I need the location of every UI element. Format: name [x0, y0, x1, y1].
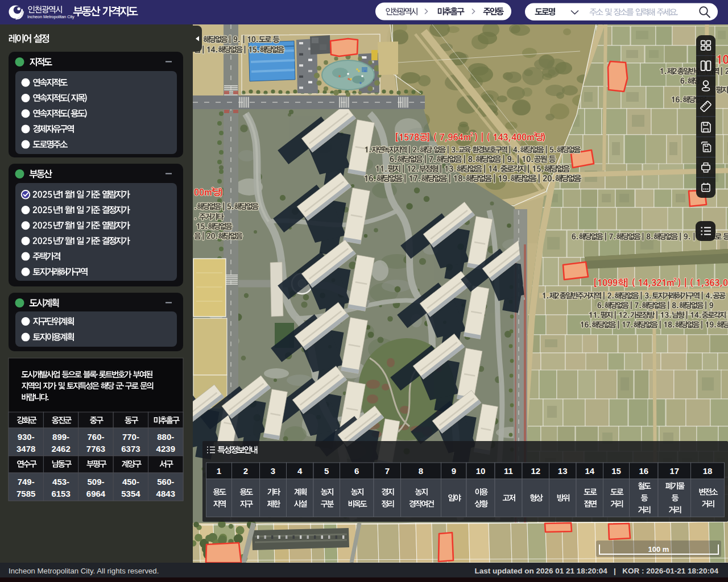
svg-text:12: 12	[531, 466, 540, 476]
svg-text:899-: 899-	[52, 432, 69, 442]
svg-text:7585: 7585	[16, 489, 35, 498]
svg-text:2: 2	[243, 466, 248, 476]
svg-text:6964: 6964	[86, 489, 106, 498]
svg-text:7: 7	[385, 466, 390, 476]
svg-text:13: 13	[558, 466, 568, 476]
svg-text:7763: 7763	[86, 444, 105, 454]
svg-text:9: 9	[452, 466, 456, 476]
svg-text:17: 17	[669, 466, 679, 476]
svg-text:4: 4	[297, 466, 303, 476]
svg-text:8: 8	[419, 466, 423, 476]
svg-text:6373: 6373	[121, 444, 140, 454]
svg-text:6: 6	[354, 466, 359, 476]
svg-text:760-: 760-	[87, 432, 104, 442]
svg-text:880-: 880-	[157, 432, 174, 442]
svg-text:10: 10	[476, 466, 486, 476]
svg-text:6153: 6153	[51, 489, 70, 498]
svg-text:3478: 3478	[16, 444, 35, 454]
svg-text:4239: 4239	[156, 444, 175, 454]
svg-text:560-: 560-	[157, 477, 174, 487]
svg-text:450-: 450-	[122, 477, 139, 487]
svg-text:18: 18	[703, 466, 713, 476]
svg-text:453-: 453-	[52, 477, 69, 487]
svg-text:16: 16	[639, 466, 648, 476]
svg-text:749-: 749-	[18, 477, 35, 487]
svg-text:509-: 509-	[87, 477, 104, 487]
svg-text:1: 1	[217, 466, 221, 476]
svg-text:Incheon Metropolitan City: Incheon Metropolitan City	[27, 14, 75, 19]
svg-text:5354: 5354	[121, 489, 140, 498]
svg-text:Last updated on 2026 01 21 18:: Last updated on 2026 01 21 18:20:04 | KO…	[475, 567, 719, 575]
svg-text:770-: 770-	[122, 432, 139, 442]
svg-text:11: 11	[504, 466, 513, 476]
svg-text:15: 15	[611, 466, 621, 476]
svg-text:Incheon Metropolitan City. All: Incheon Metropolitan City. All rights re…	[9, 567, 159, 575]
svg-text:930-: 930-	[18, 432, 35, 442]
svg-text:2462: 2462	[51, 444, 70, 454]
svg-text:14: 14	[585, 466, 594, 476]
svg-text:3: 3	[271, 466, 275, 476]
svg-text:100 m: 100 m	[648, 545, 669, 554]
svg-text:5: 5	[324, 466, 329, 476]
svg-text:4843: 4843	[156, 489, 175, 498]
